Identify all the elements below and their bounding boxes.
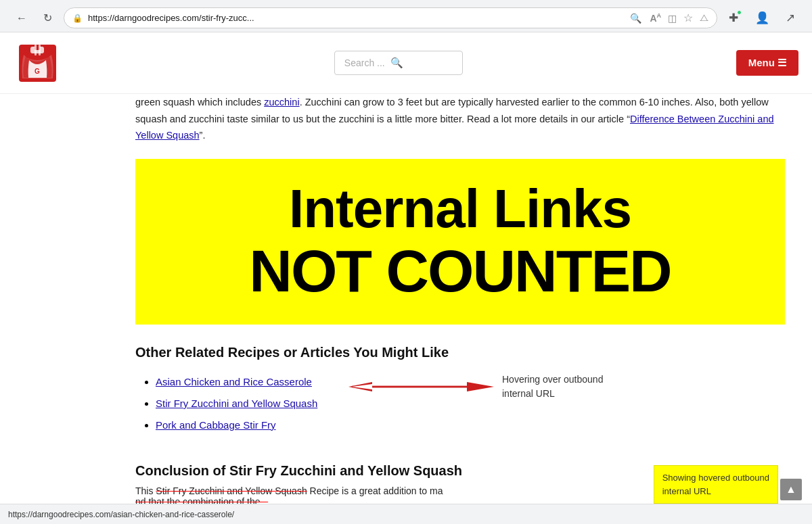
address-bar[interactable]: 🔒 https://darngoodrecipes.com/stir-fry-z…	[64, 7, 717, 28]
url-text: https://darngoodrecipes.com/stir-fry-zuc…	[88, 13, 625, 23]
address-search-icon[interactable]: 🔍	[630, 13, 641, 24]
banner-line2: NOT COUNTED	[149, 239, 771, 304]
favorite-icon[interactable]: ☆	[683, 11, 693, 24]
status-url: https://darngoodrecipes.com/asian-chicke…	[8, 510, 234, 519]
svg-marker-7	[467, 382, 494, 391]
font-size-icon[interactable]: AA	[650, 12, 661, 24]
split-view-icon[interactable]: ⧍	[700, 12, 708, 24]
intro-paragraph: green squash which includes zucchini. Zu…	[135, 94, 785, 144]
status-bar: https://darngoodrecipes.com/asian-chicke…	[0, 504, 812, 524]
related-section: Other Related Recipes or Articles You Mi…	[135, 345, 785, 463]
browser-right-icons: ✚ 👤 ↗	[724, 9, 800, 28]
intro-text-part3: ”.	[200, 130, 206, 141]
svg-rect-3	[35, 45, 37, 55]
svg-text:G: G	[35, 68, 40, 75]
related-link-3[interactable]: Pork and Cabbage Stir Fry	[156, 419, 276, 431]
apron-svg: G	[16, 41, 60, 85]
arrow-icon	[348, 377, 494, 397]
back-button[interactable]: ←	[12, 9, 31, 28]
list-item: Pork and Cabbage Stir Fry	[156, 414, 785, 436]
page-header: G Search ... 🔍 Menu ☰	[0, 32, 812, 94]
menu-button[interactable]: Menu ☰	[736, 50, 798, 76]
browser-chrome: ← ↻ 🔒 https://darngoodrecipes.com/stir-f…	[0, 0, 812, 32]
hover-tooltip: Showing hovered outbound internal URL	[654, 465, 778, 504]
svg-rect-4	[39, 45, 41, 55]
banner-line1: Internal Links	[149, 179, 771, 239]
related-link-1[interactable]: Asian Chicken and Rice Casserole	[156, 376, 312, 387]
reload-button[interactable]: ↻	[38, 9, 57, 28]
site-logo[interactable]: G	[14, 39, 61, 87]
lock-icon: 🔒	[72, 14, 83, 23]
extensions-icon[interactable]: ✚	[724, 9, 743, 28]
logo-area: G	[14, 39, 61, 87]
zucchini-link[interactable]: zucchini	[264, 97, 299, 108]
search-icon[interactable]: 🔍	[390, 57, 403, 69]
profile-icon[interactable]: 👤	[752, 9, 771, 28]
menu-label: Menu ☰	[748, 57, 786, 69]
yellow-banner: Internal Links NOT COUNTED	[135, 159, 785, 325]
conclusion-text-2: Stir Fry Zucchini and Yellow Squash	[156, 485, 307, 496]
conclusion-text-3: Recipe is a great addition to ma	[307, 485, 443, 496]
related-list-area: Asian Chicken and Rice Casserole Stir Fr…	[135, 371, 785, 436]
related-link-2[interactable]: Stir Fry Zucchini and Yellow Squash	[156, 398, 317, 409]
annotation-line1: Hovering over outbound	[502, 374, 603, 385]
tooltip-line2: internal URL	[662, 486, 711, 496]
search-area: Search ... 🔍	[61, 51, 736, 75]
translate-icon[interactable]: ◫	[668, 13, 677, 24]
scroll-top-button[interactable]: ▲	[780, 479, 802, 500]
search-box[interactable]: Search ... 🔍	[334, 51, 463, 75]
intro-text-part1: green squash which includes	[135, 97, 264, 108]
share-icon[interactable]: ↗	[781, 9, 800, 28]
related-title: Other Related Recipes or Articles You Mi…	[135, 345, 785, 360]
scroll-top-arrow: ▲	[786, 483, 796, 496]
browser-nav-bar: ← ↻ 🔒 https://darngoodrecipes.com/stir-f…	[7, 4, 805, 32]
annotation-text: Hovering over outbound internal URL	[502, 373, 603, 401]
main-content: green squash which includes zucchini. Zu…	[0, 94, 812, 521]
search-placeholder: Search ...	[344, 57, 385, 68]
conclusion-text-1: This	[135, 485, 156, 496]
annotation-area: Hovering over outbound internal URL	[348, 373, 603, 401]
tooltip-line1: Showing hovered outbound	[662, 473, 769, 483]
annotation-line2: internal URL	[502, 388, 555, 399]
